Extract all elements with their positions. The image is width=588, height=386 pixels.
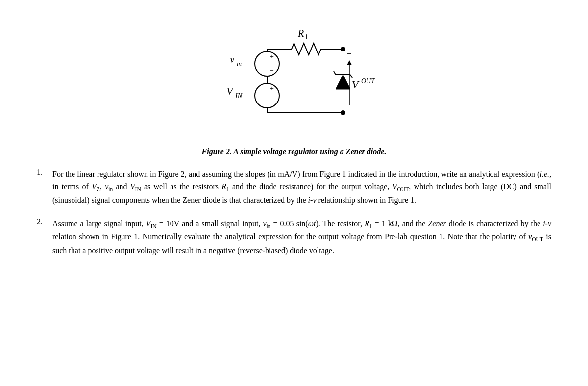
svg-text:+: + (270, 85, 274, 92)
svg-text:−: − (270, 67, 274, 74)
question-1: 1. For the linear regulator shown in Fig… (37, 168, 551, 206)
caption-text-start: Figure 2. A simple voltage regulator usi… (202, 147, 346, 155)
questions-section: 1. For the linear regulator shown in Fig… (37, 168, 551, 268)
circuit-diagram: .wire { stroke: #000; stroke-width: 2; f… (29, 15, 559, 142)
svg-text:V: V (352, 78, 360, 91)
question-1-text: For the linear regulator shown in Figure… (52, 168, 551, 206)
question-1-number: 1. (37, 168, 52, 177)
svg-marker-4 (336, 75, 350, 89)
question-2-text: Assume a large signal input, VIN = 10V a… (52, 217, 551, 257)
svg-point-19 (341, 110, 345, 115)
caption-italic-word: Zener (346, 147, 365, 155)
svg-point-8 (255, 51, 279, 76)
svg-text:−: − (270, 96, 274, 103)
svg-text:+: + (270, 53, 274, 60)
caption-text-end: diode. (365, 147, 387, 155)
svg-marker-31 (347, 60, 352, 65)
svg-text:OUT: OUT (361, 77, 375, 85)
svg-point-13 (255, 83, 279, 108)
svg-text:v: v (230, 55, 234, 65)
question-2-number: 2. (37, 217, 52, 226)
svg-text:V: V (226, 85, 234, 97)
figure-caption: Figure 2. A simple voltage regulator usi… (202, 147, 387, 156)
svg-text:+: + (347, 50, 351, 58)
svg-text:R: R (297, 28, 304, 39)
svg-text:IN: IN (235, 92, 243, 100)
svg-point-18 (341, 47, 345, 51)
svg-text:1: 1 (305, 33, 308, 41)
question-2: 2. Assume a large signal input, VIN = 10… (37, 217, 551, 257)
svg-text:in: in (237, 60, 242, 67)
